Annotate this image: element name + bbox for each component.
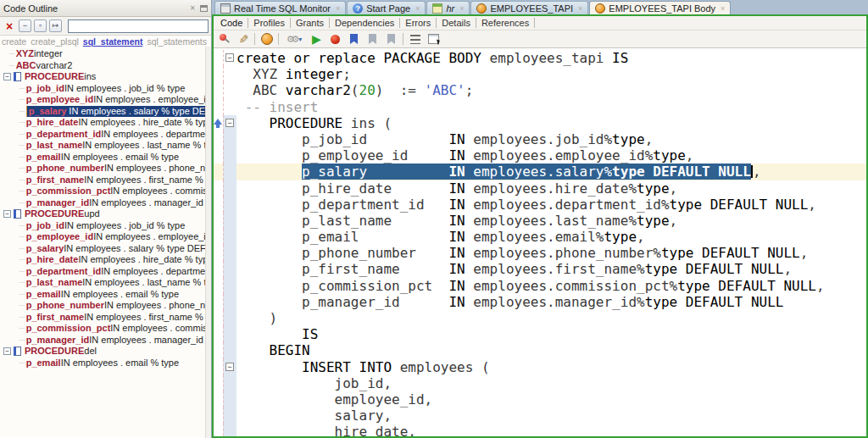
tree-item-p-job-id[interactable]: ····p_job_id IN employees . job_id % typ… xyxy=(0,220,211,232)
code-line-24[interactable]: hire_date, xyxy=(214,424,866,436)
fold-collapse-icon[interactable]: − xyxy=(225,119,234,127)
tree-item-p-department-id[interactable]: ····p_department_id IN employees . depar… xyxy=(0,266,211,278)
bmprev-icon[interactable] xyxy=(384,32,398,47)
tree-item-xyz[interactable]: ····XYZ integer xyxy=(0,48,211,60)
bmnext-icon[interactable] xyxy=(365,32,380,47)
code-line-16[interactable]: p_manager_id IN employees.manager_id%typ… xyxy=(214,294,866,310)
code-line-13[interactable]: p_phone_number IN employees.phone_number… xyxy=(214,245,866,261)
tree-item-p-last-name[interactable]: ····p_last_name IN employees . last_name… xyxy=(0,277,211,289)
tree-item-p-commission-pct[interactable]: ····p_commission_pct IN employees . comm… xyxy=(0,186,211,197)
gears-icon[interactable] xyxy=(283,32,305,47)
tree-item-p-hire-date[interactable]: ····p_hire_date IN employees . hire_date… xyxy=(0,254,211,266)
tab-start-page[interactable]: ?Start Page× xyxy=(347,1,426,14)
run-icon[interactable] xyxy=(309,32,324,47)
tree-item-p-manager-id[interactable]: ····p_manager_id IN employees . manager_… xyxy=(0,197,211,209)
tab-employees-tapi-body[interactable]: EMPLOYEES_TAPI Body× xyxy=(589,1,731,14)
tree-scrollbar[interactable] xyxy=(205,47,211,438)
code-editor[interactable]: −create or replace PACKAGE BODY employee… xyxy=(214,48,866,436)
tree-item-p-manager-id[interactable]: ····p_manager_id IN employees . manager_… xyxy=(0,335,211,347)
code-line-1[interactable]: −create or replace PACKAGE BODY employee… xyxy=(214,50,866,66)
code-line-15[interactable]: p_commission_pct IN employees.commission… xyxy=(214,278,866,294)
list-icon[interactable] xyxy=(408,32,422,47)
code-line-14[interactable]: p_first_name IN employees.first_name%typ… xyxy=(214,261,866,277)
tree-item-p-job-id[interactable]: ····p_job_id IN employees . job_id % typ… xyxy=(0,83,211,95)
clear-filter-icon[interactable]: × xyxy=(3,20,16,32)
code-line-5[interactable]: − PROCEDURE ins ( xyxy=(214,115,866,131)
tree-item-abc[interactable]: ····ABC varchar2 xyxy=(0,60,211,72)
tab-real-time-sql-monitor[interactable]: Real Time SQL Monitor× xyxy=(214,1,346,14)
fold-collapse-icon[interactable]: − xyxy=(225,53,234,62)
subtab-profiles[interactable]: Profiles xyxy=(248,18,291,28)
tree-item-p-hire-date[interactable]: ····p_hire_date IN employees . hire_date… xyxy=(0,117,211,129)
code-line-22[interactable]: employee_id, xyxy=(214,391,866,408)
collapse-all-icon[interactable]: − xyxy=(19,19,31,32)
tab-close-icon[interactable]: × xyxy=(721,4,725,13)
tab-close-icon[interactable]: × xyxy=(415,4,420,13)
subtab-references[interactable]: References xyxy=(476,18,535,28)
tree-item-p-first-name[interactable]: ····p_first_name IN employees . first_na… xyxy=(0,175,211,186)
code-line-23[interactable]: salary, xyxy=(214,408,866,424)
tab-hr[interactable]: hr× xyxy=(426,1,470,14)
subtab-dependencies[interactable]: Dependencies xyxy=(330,18,400,28)
panel-float-icon[interactable] xyxy=(200,5,208,12)
tree-item-p-email[interactable]: ····p_email IN employees . email % type xyxy=(0,152,211,164)
breadcrumb-link[interactable]: sql_statement xyxy=(83,36,143,47)
edit-icon[interactable] xyxy=(236,32,250,47)
tree-item-p-salary[interactable]: ····p_salary IN employees . salary % typ… xyxy=(0,106,211,118)
code-line-8[interactable]: p_salary IN employees.salary%type DEFAUL… xyxy=(214,164,866,180)
subtab-grants[interactable]: Grants xyxy=(291,18,330,28)
tree-item-p-employee-id[interactable]: ····p_employee_id IN employees . employe… xyxy=(0,94,211,106)
tab-close-icon[interactable]: × xyxy=(336,4,340,13)
code-line-20[interactable]: − INSERT INTO employees ( xyxy=(214,359,866,375)
tree-item-p-employee-id[interactable]: ····p_employee_id IN employees . employe… xyxy=(0,231,211,243)
code-line-9[interactable]: p_hire_date IN employees.hire_date%type, xyxy=(214,180,866,197)
pin-icon[interactable] xyxy=(217,32,231,47)
tree-item-name: p_salary xyxy=(29,106,67,116)
tree-item-p-phone-number[interactable]: ····p_phone_number IN employees . phone_… xyxy=(0,300,211,312)
code-line-10[interactable]: p_department_id IN employees.department_… xyxy=(214,197,866,213)
expander-icon[interactable]: − xyxy=(3,73,11,80)
code-line-7[interactable]: p_employee_id IN employees.employee_id%t… xyxy=(214,147,866,164)
tree-item-procedure[interactable]: −PROCEDURE del xyxy=(0,346,211,358)
panel-close-icon[interactable]: × xyxy=(190,3,195,13)
tree-item-p-first-name[interactable]: ····p_first_name IN employees . first_na… xyxy=(0,312,211,324)
expander-icon[interactable]: − xyxy=(3,347,11,355)
code-line-6[interactable]: p_job_id IN employees.job_id%type, xyxy=(214,131,866,147)
tab-close-icon[interactable]: × xyxy=(459,4,464,13)
package-icon[interactable] xyxy=(259,32,274,47)
tree-item-p-salary[interactable]: ····p_salary IN employees . salary % typ… xyxy=(0,243,211,255)
code-line-2[interactable]: XYZ integer; xyxy=(214,66,866,82)
tree-item-p-email[interactable]: ····p_email IN employees . email % type xyxy=(0,358,211,369)
tree-item-p-last-name[interactable]: ····p_last_name IN employees . last_name… xyxy=(0,140,211,152)
tree-item-p-department-id[interactable]: ····p_department_id IN employees . depar… xyxy=(0,129,211,141)
code-text: p_manager_id IN employees.manager_id%typ… xyxy=(236,294,783,310)
subtab-details[interactable]: Details xyxy=(437,18,476,28)
tab-employees-tapi[interactable]: EMPLOYEES_TAPI× xyxy=(470,1,588,14)
subtab-errors[interactable]: Errors xyxy=(400,18,437,28)
tree-item-procedure[interactable]: −PROCEDURE upd xyxy=(0,208,211,220)
code-line-17[interactable]: ) xyxy=(214,310,866,326)
tree-item-p-commission-pct[interactable]: ····p_commission_pct IN employees . comm… xyxy=(0,323,211,335)
bookmark-icon[interactable] xyxy=(347,32,361,47)
tab-close-icon[interactable]: × xyxy=(578,4,582,13)
tree-item-procedure[interactable]: −PROCEDURE ins xyxy=(0,71,211,83)
fold-collapse-icon[interactable]: − xyxy=(225,363,234,371)
pointer-icon[interactable] xyxy=(426,32,441,47)
tree-item-p-email[interactable]: ····p_email IN employees . email % type xyxy=(0,289,211,301)
tree-item-p-phone-number[interactable]: ····p_phone_number IN employees . phone_… xyxy=(0,163,211,175)
outline-filter-input[interactable] xyxy=(68,19,209,33)
code-line-4[interactable]: -- insert xyxy=(214,99,866,115)
jump-to-cursor-icon[interactable]: ↦ xyxy=(49,19,62,32)
code-line-19[interactable]: BEGIN xyxy=(214,342,866,358)
code-line-11[interactable]: p_last_name IN employees.last_name%type, xyxy=(214,213,866,229)
code-line-21[interactable]: job_id, xyxy=(214,375,866,391)
code-token: employees.email% xyxy=(465,229,604,245)
debug-icon[interactable] xyxy=(328,32,342,47)
code-line-18[interactable]: IS xyxy=(214,326,866,342)
subtab-code[interactable]: Code xyxy=(215,18,248,28)
expander-icon[interactable]: − xyxy=(3,210,11,218)
code-line-12[interactable]: p_email IN employees.email%type, xyxy=(214,229,866,245)
window-sync-icon[interactable]: ▫ xyxy=(34,19,47,32)
code-line-3[interactable]: ABC varchar2(20) := 'ABC'; xyxy=(214,82,866,98)
code-token: create or replace PACKAGE BODY xyxy=(236,50,481,66)
